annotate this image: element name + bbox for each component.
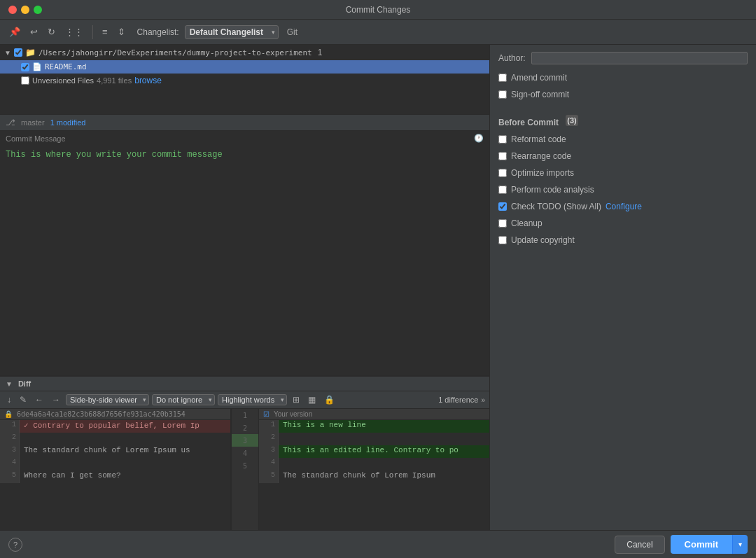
ignore-select-wrapper[interactable]: Do not ignore	[152, 394, 215, 405]
changelist-label: Changelist:	[137, 27, 179, 37]
diff-settings-btn[interactable]: ⊞	[290, 393, 302, 406]
minimize-button[interactable]	[21, 6, 29, 14]
diff-left-content-2	[20, 433, 230, 445]
maximize-button[interactable]	[34, 6, 42, 14]
code-analysis-checkbox[interactable]	[498, 186, 507, 194]
help-button[interactable]: ?	[8, 538, 22, 552]
root-checkbox[interactable]	[14, 48, 22, 57]
configure-link[interactable]: Configure	[606, 202, 642, 211]
update-copyright-label[interactable]: Update copyright	[511, 235, 575, 245]
diff-left-content-5: Where can I get some?	[20, 470, 230, 483]
diff-right-btn[interactable]: →	[49, 393, 63, 406]
changelist-select[interactable]: Default Changelist	[185, 25, 279, 39]
gutter-line-1: 1	[232, 409, 258, 421]
diff-right-header: ☑ Your version	[259, 409, 489, 420]
commit-button-group: Commit ▾	[671, 535, 748, 554]
left-panel: ▼ 📁 /Users/jahongirr/DevExperiments/dumm…	[0, 45, 490, 530]
file-row-readme[interactable]: 📄 README.md	[0, 60, 489, 74]
clock-icon: 🕐	[474, 134, 484, 143]
diff-left-header: 🔒 6de4a6a4ca1e82c3b688d7656fe931ac420b31…	[0, 409, 230, 420]
cleanup-checkbox[interactable]	[498, 219, 507, 228]
expand-button[interactable]: ≡	[99, 25, 111, 39]
author-input[interactable]	[531, 52, 748, 64]
before-commit-title: Before Commit	[498, 118, 559, 127]
diff-right-line-4: 4	[259, 458, 489, 470]
ignore-select[interactable]: Do not ignore	[152, 394, 215, 405]
gutter-line-4: 4	[232, 447, 258, 459]
diff-left-line-2: 2	[0, 433, 230, 445]
code-analysis-label[interactable]: Perform code analysis	[511, 185, 594, 195]
optimize-label[interactable]: Optimize imports	[511, 168, 574, 178]
highlight-select[interactable]: Highlight words	[218, 394, 287, 405]
modified-count[interactable]: 1 modified	[50, 118, 86, 127]
diff-section: ▼ Diff ↓ ✎ ← → Side-by-side viewer Do no…	[0, 376, 489, 530]
update-copyright-checkbox[interactable]	[498, 236, 507, 244]
git-tab[interactable]: Git	[287, 27, 298, 37]
changelist-select-wrapper[interactable]: Default Changelist ▾	[185, 25, 279, 39]
file-name-readme: README.md	[45, 62, 87, 71]
commit-dropdown-arrow[interactable]: ▾	[732, 535, 748, 554]
diff-left-linenum-3: 3	[0, 445, 20, 458]
collapse-button[interactable]: ⇕	[114, 25, 129, 39]
badge-3: (3)	[566, 115, 578, 126]
toolbar-separator	[92, 25, 93, 39]
amend-commit-checkbox[interactable]	[498, 74, 507, 82]
diff-right-line-5: 5 The standard chunk of Lorem Ipsum	[259, 470, 489, 483]
optimize-checkbox[interactable]	[498, 169, 507, 177]
check-todo-checkbox[interactable]	[498, 202, 507, 211]
diff-header: ▼ Diff	[0, 377, 489, 391]
diff-left-line-1: 1 ✓ Contrary to popular belief, Lorem Ip	[0, 420, 230, 433]
rearrange-checkbox[interactable]	[498, 152, 507, 160]
tree-root-row: ▼ 📁 /Users/jahongirr/DevExperiments/dumm…	[0, 45, 489, 60]
branch-bar: ⎇ master 1 modified	[0, 115, 489, 131]
reformat-row: Reformat code	[498, 133, 748, 146]
main-content: ▼ 📁 /Users/jahongirr/DevExperiments/dumm…	[0, 45, 756, 530]
pin-button[interactable]: 📌	[6, 25, 24, 39]
diff-right-label: Your version	[274, 410, 312, 418]
undo-button[interactable]: ↩	[27, 25, 41, 39]
author-row: Author:	[498, 52, 748, 64]
unversioned-checkbox[interactable]	[21, 76, 29, 85]
right-panel: Author: Amend commit Sign-off commit Bef…	[490, 45, 756, 530]
diff-lock-btn[interactable]: 🔒	[321, 393, 337, 406]
sign-off-checkbox[interactable]	[498, 90, 507, 99]
sign-off-label[interactable]: Sign-off commit	[511, 90, 569, 99]
rearrange-label[interactable]: Rearrange code	[511, 151, 571, 161]
cleanup-label[interactable]: Cleanup	[511, 218, 542, 228]
cancel-button[interactable]: Cancel	[615, 536, 664, 554]
diff-left-linenum-5: 5	[0, 470, 20, 483]
update-copyright-row: Update copyright	[498, 234, 748, 246]
code-analysis-row: Perform code analysis	[498, 183, 748, 196]
amend-commit-row: Amend commit	[498, 71, 748, 84]
diff-left-line-5: 5 Where can I get some?	[0, 470, 230, 483]
amend-commit-label[interactable]: Amend commit	[511, 73, 567, 83]
refresh-button[interactable]: ↻	[44, 25, 59, 39]
commit-button[interactable]: Commit	[671, 535, 732, 554]
sign-off-row: Sign-off commit	[498, 88, 748, 101]
diff-left-line-4: 4	[0, 458, 230, 470]
reformat-checkbox[interactable]	[498, 135, 507, 144]
diff-button[interactable]: ⋮⋮	[62, 25, 87, 39]
diff-columns-btn[interactable]: ▦	[305, 393, 318, 406]
viewer-select[interactable]: Side-by-side viewer	[66, 394, 149, 405]
unversioned-count: 4,991 files	[97, 76, 132, 85]
diff-left-content-4	[20, 458, 230, 470]
file-checkbox-readme[interactable]	[21, 63, 29, 71]
diff-prev-btn[interactable]: ↓	[4, 393, 14, 406]
diff-left-linenum-1: 1	[0, 420, 20, 433]
diff-collapse-icon[interactable]: ▼	[6, 380, 13, 388]
browse-link[interactable]: browse	[134, 76, 162, 85]
diff-left-btn[interactable]: ←	[32, 393, 46, 406]
diff-right-content-5: The standard chunk of Lorem Ipsum	[279, 470, 489, 483]
checked-icon-right: ☑	[263, 410, 270, 418]
highlight-select-wrapper[interactable]: Highlight words	[218, 394, 287, 405]
viewer-select-wrapper[interactable]: Side-by-side viewer	[66, 394, 149, 405]
diff-right-content-2	[279, 433, 489, 445]
diff-left-linenum-2: 2	[0, 433, 20, 445]
diff-edit-btn[interactable]: ✎	[17, 393, 29, 406]
check-todo-label[interactable]: Check TODO (Show All)	[511, 202, 601, 211]
reformat-label[interactable]: Reformat code	[511, 134, 566, 144]
commit-message-input[interactable]: This is where you write your commit mess…	[0, 146, 489, 375]
close-button[interactable]	[8, 6, 17, 14]
diff-right-line-3: 3 This is an edited line. Contrary to po	[259, 445, 489, 458]
